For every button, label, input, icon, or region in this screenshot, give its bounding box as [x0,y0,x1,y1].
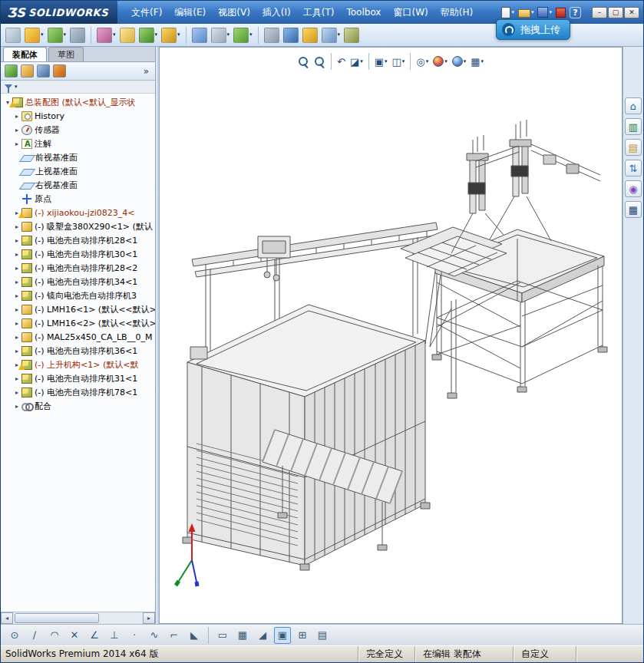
toolbox-library-icon[interactable] [343,27,360,44]
tree-item[interactable]: 前视基准面 [1,150,155,164]
view-orientation-icon[interactable]: ▣▾ [373,56,389,68]
dropdown-caret-icon[interactable]: ▾ [385,59,388,64]
help-icon[interactable]: ? [569,6,582,19]
graphics-viewport[interactable]: ↶◪▾▣▾◫▾◎▾▾▾▦▾ [159,47,623,624]
scroll-right-button[interactable]: ▸ [143,612,155,624]
configuration-manager-tab[interactable] [37,64,50,78]
filter-funnel-icon[interactable] [5,84,12,89]
appearances-scenes-button[interactable]: ◉ [625,180,642,197]
previous-view-icon[interactable]: ↶ [335,56,347,68]
tree-item[interactable]: ▸配合 [1,399,155,413]
new-document-icon[interactable]: ▾ [500,6,515,19]
dropdown-caret-icon[interactable]: ▾ [177,32,180,38]
hide-show-items-icon[interactable]: ◎▾ [414,56,430,68]
panel-horizontal-scrollbar[interactable]: ◂ ▸ [1,612,155,624]
menu-toolbox[interactable]: Toolbox [340,4,387,21]
dropdown-caret-icon[interactable]: ▾ [402,59,405,64]
expand-arrow-icon[interactable]: ▸ [13,223,21,230]
panel-overflow-button[interactable]: » [141,66,151,77]
tree-item[interactable]: ▸(-) 电池壳自动排序机30<1 [1,247,155,261]
tree-item[interactable]: ▸(-) 电池壳自动排序机34<1 [1,275,155,289]
tree-item[interactable]: ▸(-) xijiaokou-jzi0823_4< [1,206,155,219]
tree-item[interactable]: ▸(-) 吸塑盒380X290<1> (默认 [1,219,155,233]
expand-arrow-icon[interactable]: ▸ [13,251,21,258]
filter-caret-icon[interactable]: ▾ [15,84,18,90]
window-maximize-button[interactable]: ▢ [608,7,623,18]
dropdown-caret-icon[interactable]: ▾ [426,59,429,64]
dropdown-caret-icon[interactable]: ▾ [64,32,67,38]
save-icon[interactable]: ▾ [537,6,553,18]
tree-item[interactable]: ▸(-) 上升机构<1> (默认<默 [1,358,155,371]
expand-arrow-icon[interactable]: ▸ [13,279,21,285]
tree-item[interactable]: ▸(-) 电池壳自动排序机78<1 [1,385,155,399]
expand-arrow-icon[interactable]: ▸ [13,127,21,134]
upload-badge[interactable]: 拖拽上传 [496,19,570,40]
dropdown-caret-icon[interactable]: ▾ [249,32,253,38]
property-manager-tab[interactable] [21,64,34,78]
tree-item[interactable]: ▸(-) 电池壳自动排序机31<1 [1,371,155,385]
spline-tool-icon[interactable]: ∿ [146,627,163,644]
arc-tool-icon[interactable]: ◠ [46,627,63,644]
tree-item[interactable]: ▸传感器 [1,123,155,137]
expand-arrow-icon[interactable]: ▸ [13,375,21,382]
menu-edit[interactable]: 编辑(E) [168,4,212,21]
expand-arrow-icon[interactable]: ▸ [13,334,21,341]
table-tool-icon[interactable]: ⊞ [294,627,311,644]
dropdown-caret-icon[interactable]: ▾ [464,59,467,64]
red-badge-icon[interactable] [555,7,566,18]
edit-appearance-icon[interactable]: ▾ [431,55,449,68]
section-view-icon[interactable]: ◪▾ [348,56,365,68]
tree-item[interactable]: ▸History [1,109,155,123]
expand-arrow-icon[interactable]: ▸ [13,292,21,299]
expand-arrow-icon[interactable]: ▸ [13,113,21,120]
expand-arrow-icon[interactable]: ▸ [13,237,21,244]
angle-tool-icon[interactable]: ∠ [86,627,103,644]
circle-tool-icon[interactable]: ⊙ [6,627,23,644]
expand-arrow-icon[interactable]: ▸ [13,389,21,396]
apply-scene-icon[interactable]: ▾ [451,55,468,68]
show-hidden-components-icon[interactable] [119,27,136,44]
interference-detection-icon[interactable] [282,27,299,44]
point-tool-icon[interactable]: · [126,627,143,644]
dropdown-caret-icon[interactable]: ▾ [360,59,363,64]
rectangle-tool-icon[interactable]: ▭ [214,627,231,644]
tab-assembly[interactable]: 装配体 [3,47,47,61]
dropdown-caret-icon[interactable]: ▾ [511,10,514,15]
tree-item[interactable]: ▸注解 [1,137,155,150]
view-palette-button[interactable]: ⇅ [625,160,642,176]
tree-item[interactable]: 右视基准面 [1,178,155,192]
new-motion-study-icon[interactable] [191,27,208,44]
assembly-features-icon[interactable]: ▾ [138,27,159,44]
tree-item[interactable]: ▸(-) LMH16<2> (默认<<默认> [1,316,155,330]
reference-geometry-icon[interactable]: ▾ [160,27,181,44]
line-tool-icon[interactable]: ∕ [26,627,43,644]
move-component-icon[interactable]: ▾ [96,27,117,44]
expand-arrow-icon[interactable]: ▸ [13,348,21,355]
display-style-icon[interactable]: ◫▾ [391,56,407,68]
tree-item[interactable]: ▸(-) 镜向电池壳自动排序机3 [1,289,155,302]
window-close-button[interactable]: ✕ [624,7,639,18]
dropdown-caret-icon[interactable]: ▾ [531,10,534,15]
display-manager-tab[interactable] [53,64,66,78]
tree-item[interactable]: ▸(-) MAL25x450_CA_LB__0_M [1,330,155,344]
dropdown-caret-icon[interactable]: ▾ [444,59,447,64]
tree-item[interactable]: ▸(-) 电池壳自动排序机28<2 [1,261,155,275]
custom-properties-button[interactable]: ▦ [625,201,642,218]
shaded-sketch-contours-icon[interactable]: ▣ [274,627,291,644]
view-settings-icon[interactable]: ▦▾ [469,56,485,68]
tree-item[interactable]: ▸(-) LMH16<1> (默认<<默认> [1,302,155,316]
tree-item[interactable]: 上视基准面 [1,164,155,178]
scroll-left-button[interactable]: ◂ [1,612,13,624]
tree-item[interactable]: ▾总装配图 (默认<默认_显示状 [1,95,155,109]
zoom-to-fit-icon[interactable] [296,55,311,68]
tree-item[interactable]: 原点 [1,192,155,206]
datum-display-icon[interactable]: ▤ [314,627,331,644]
dropdown-caret-icon[interactable]: ▾ [113,32,116,38]
expand-arrow-icon[interactable]: ▸ [13,140,21,147]
design-library-button[interactable]: ▥ [625,118,642,135]
zoom-to-area-icon[interactable] [312,55,327,68]
smart-fasteners-icon[interactable] [69,27,86,44]
dropdown-caret-icon[interactable]: ▾ [338,32,341,38]
mate-icon[interactable]: ▾ [24,27,45,44]
assembly-visualization-icon[interactable] [302,27,319,44]
